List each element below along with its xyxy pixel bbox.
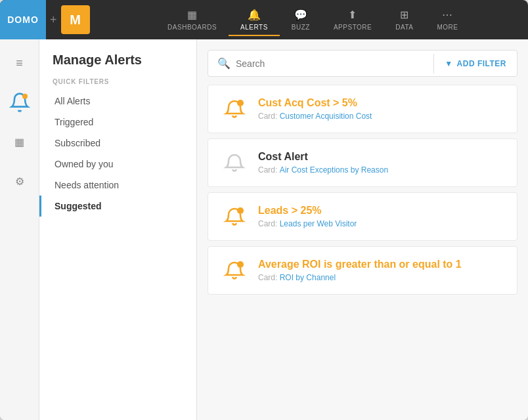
alert-card-label-3: Card: Leads per Web Visitor [258,219,504,228]
card-prefix-2: Card: [258,165,277,175]
card-prefix-4: Card: [258,273,277,282]
search-input[interactable] [236,58,424,69]
alert-card-3[interactable]: Leads > 25% Card: Leads per Web Visitor [208,192,517,241]
card-link-1[interactable]: Customer Acquisition Cost [280,112,372,121]
panel-title: Manage Alerts [39,52,196,78]
alert-title-1: Cust Acq Cost > 5% [258,97,504,109]
main-layout: ≡ ▦ ⚙ Manage Alerts QUICK FILTERS All Al… [0,39,528,420]
add-filter-label: ADD FILTER [457,59,506,68]
filter-triggered[interactable]: Triggered [39,112,196,133]
alert-info-1: Cust Acq Cost > 5% Card: Customer Acquis… [258,97,504,121]
nav-buzz[interactable]: 💬 BUZZ [280,3,322,36]
search-icon: 🔍 [217,57,231,70]
alert-card-label-2: Card: Air Cost Exceptions by Reason [258,165,504,175]
sidebar-alerts-icon[interactable] [7,89,33,116]
top-nav: DOMO + M ▦ DASHBOARDS 🔔 ALERTS 💬 BUZZ ⬆ … [0,0,528,39]
more-icon: ⋯ [442,9,453,21]
nav-data-label: DATA [395,24,413,31]
brand-domo[interactable]: DOMO [0,0,46,39]
grid-icon: ▦ [14,136,24,148]
dashboards-icon: ▦ [187,9,198,21]
alert-info-3: Leads > 25% Card: Leads per Web Visitor [258,205,504,228]
alert-icon-3 [221,203,248,230]
nav-dashboards[interactable]: ▦ DASHBOARDS [156,3,229,36]
alert-title-2: Cost Alert [258,151,504,163]
svg-point-1 [237,100,244,106]
icon-sidebar: ≡ ▦ ⚙ [0,39,39,420]
quick-filters-label: QUICK FILTERS [39,78,196,91]
bell-orange-icon-4 [223,259,246,282]
bell-inactive-icon-2 [223,151,246,175]
alert-info-2: Cost Alert Card: Air Cost Exceptions by … [258,151,504,175]
app-window: DOMO + M ▦ DASHBOARDS 🔔 ALERTS 💬 BUZZ ⬆ … [0,0,528,420]
alert-card-label-1: Card: Customer Acquisition Cost [258,112,504,121]
nav-appstore[interactable]: ⬆ APPSTORE [322,3,384,36]
bell-orange-icon-1 [223,97,246,121]
card-prefix-1: Card: [258,112,277,121]
alert-icon-2 [221,150,248,176]
filter-owned[interactable]: Owned by you [39,154,196,175]
brand-area: DOMO + M [0,0,98,39]
buzz-icon: 💬 [294,9,308,21]
bell-orange-icon-3 [223,205,246,228]
nav-more-label: MORE [437,24,458,31]
brand-plus: + [46,13,61,27]
search-bar: 🔍 ▼ ADD FILTER [208,50,517,77]
nav-buzz-label: BUZZ [292,24,310,31]
left-panel: Manage Alerts QUICK FILTERS All Alerts T… [39,39,197,420]
filter-subscribed[interactable]: Subscribed [39,133,196,154]
nav-alerts[interactable]: 🔔 ALERTS [229,3,280,36]
nav-data[interactable]: ⊞ DATA [384,3,425,36]
nav-appstore-label: APPSTORE [334,24,372,31]
filter-suggested[interactable]: Suggested [39,196,196,217]
alert-card-label-4: Card: ROI by Channel [258,273,504,282]
alert-card-1[interactable]: Cust Acq Cost > 5% Card: Customer Acquis… [208,85,517,133]
filter-needs-attention[interactable]: Needs attention [39,175,196,196]
appstore-icon: ⬆ [348,9,357,21]
filter-icon: ▼ [445,59,452,68]
svg-point-3 [237,261,244,268]
gear-icon: ⚙ [15,175,24,188]
add-filter-button[interactable]: ▼ ADD FILTER [434,52,517,75]
nav-items: ▦ DASHBOARDS 🔔 ALERTS 💬 BUZZ ⬆ APPSTORE … [98,3,528,36]
sidebar-settings[interactable]: ⚙ [7,168,33,194]
svg-point-2 [237,207,244,214]
data-icon: ⊞ [400,9,409,21]
alert-title-3: Leads > 25% [258,205,504,217]
alert-icon-1 [221,96,248,122]
nav-alerts-label: ALERTS [240,24,268,31]
bell-active-icon [9,92,30,113]
content-area: 🔍 ▼ ADD FILTER [197,39,528,420]
card-link-2[interactable]: Air Cost Exceptions by Reason [280,165,388,175]
sidebar-hamburger[interactable]: ≡ [7,50,33,76]
brand-m-logo[interactable]: M [61,5,90,34]
nav-dashboards-label: DASHBOARDS [167,24,217,31]
alert-title-4: Average ROI is greater than or equal to … [258,259,504,270]
card-link-4[interactable]: ROI by Channel [280,273,336,282]
search-input-area: 🔍 [208,51,433,76]
card-prefix-3: Card: [258,219,277,228]
hamburger-icon: ≡ [16,56,23,70]
alert-info-4: Average ROI is greater than or equal to … [258,259,504,282]
alert-icon-4 [221,257,248,284]
nav-more[interactable]: ⋯ MORE [425,3,470,36]
alert-card-2[interactable]: Cost Alert Card: Air Cost Exceptions by … [208,138,517,187]
svg-point-0 [22,94,28,99]
sidebar-grid[interactable]: ▦ [7,129,33,155]
card-link-3[interactable]: Leads per Web Visitor [280,219,357,228]
alerts-nav-icon: 🔔 [248,9,261,21]
filter-all-alerts[interactable]: All Alerts [39,91,196,112]
alert-card-4[interactable]: Average ROI is greater than or equal to … [208,246,517,295]
